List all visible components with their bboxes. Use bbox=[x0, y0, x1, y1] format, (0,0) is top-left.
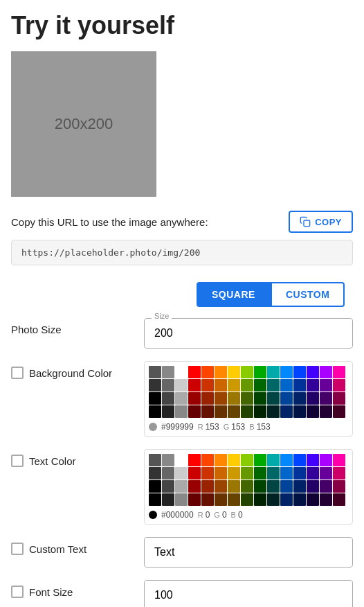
color-swatch[interactable] bbox=[149, 493, 161, 506]
color-swatch[interactable] bbox=[162, 379, 174, 392]
color-swatch[interactable] bbox=[188, 366, 201, 378]
color-swatch[interactable] bbox=[254, 405, 266, 418]
color-swatch[interactable] bbox=[188, 467, 201, 480]
color-swatch[interactable] bbox=[162, 392, 174, 405]
color-swatch[interactable] bbox=[149, 392, 161, 405]
color-swatch[interactable] bbox=[280, 454, 293, 466]
color-swatch[interactable] bbox=[333, 454, 345, 466]
color-swatch[interactable] bbox=[241, 392, 253, 405]
color-swatch[interactable] bbox=[241, 454, 253, 466]
color-swatch[interactable] bbox=[320, 366, 332, 378]
color-swatch[interactable] bbox=[293, 379, 306, 392]
color-swatch[interactable] bbox=[293, 454, 306, 466]
color-swatch[interactable] bbox=[267, 493, 280, 506]
color-swatch[interactable] bbox=[215, 493, 227, 506]
font-size-input[interactable] bbox=[145, 581, 352, 607]
color-swatch[interactable] bbox=[280, 480, 293, 493]
color-swatch[interactable] bbox=[215, 480, 227, 493]
color-swatch[interactable] bbox=[307, 392, 319, 405]
color-swatch[interactable] bbox=[241, 467, 253, 480]
color-swatch[interactable] bbox=[215, 405, 227, 418]
color-swatch[interactable] bbox=[280, 366, 293, 378]
color-swatch[interactable] bbox=[280, 392, 293, 405]
color-swatch[interactable] bbox=[201, 467, 214, 480]
color-swatch[interactable] bbox=[188, 379, 201, 392]
custom-text-checkbox[interactable] bbox=[11, 543, 24, 555]
color-swatch[interactable] bbox=[241, 366, 253, 378]
color-swatch[interactable] bbox=[228, 480, 240, 493]
color-swatch[interactable] bbox=[215, 379, 227, 392]
color-swatch[interactable] bbox=[241, 493, 253, 506]
color-swatch[interactable] bbox=[241, 379, 253, 392]
text-color-checkbox[interactable] bbox=[11, 455, 24, 467]
color-swatch[interactable] bbox=[293, 480, 306, 493]
color-swatch[interactable] bbox=[293, 392, 306, 405]
color-swatch[interactable] bbox=[175, 366, 188, 378]
color-swatch[interactable] bbox=[175, 467, 188, 480]
color-swatch[interactable] bbox=[201, 379, 214, 392]
color-swatch[interactable] bbox=[162, 454, 174, 466]
color-swatch[interactable] bbox=[307, 454, 319, 466]
color-swatch[interactable] bbox=[267, 392, 280, 405]
background-color-checkbox[interactable] bbox=[11, 367, 24, 379]
color-swatch[interactable] bbox=[162, 366, 174, 378]
color-swatch[interactable] bbox=[333, 405, 345, 418]
color-swatch[interactable] bbox=[307, 405, 319, 418]
color-swatch[interactable] bbox=[267, 405, 280, 418]
color-swatch[interactable] bbox=[267, 454, 280, 466]
color-swatch[interactable] bbox=[254, 493, 266, 506]
color-swatch[interactable] bbox=[333, 392, 345, 405]
color-swatch[interactable] bbox=[175, 379, 188, 392]
color-swatch[interactable] bbox=[228, 405, 240, 418]
color-swatch[interactable] bbox=[320, 467, 332, 480]
color-swatch[interactable] bbox=[201, 493, 214, 506]
color-swatch[interactable] bbox=[280, 405, 293, 418]
color-swatch[interactable] bbox=[267, 379, 280, 392]
color-swatch[interactable] bbox=[307, 467, 319, 480]
size-input[interactable] bbox=[145, 319, 352, 348]
tab-custom[interactable]: CUSTOM bbox=[271, 282, 345, 307]
color-swatch[interactable] bbox=[228, 493, 240, 506]
color-swatch[interactable] bbox=[241, 405, 253, 418]
color-swatch[interactable] bbox=[307, 379, 319, 392]
color-swatch[interactable] bbox=[320, 379, 332, 392]
color-swatch[interactable] bbox=[333, 467, 345, 480]
color-swatch[interactable] bbox=[201, 392, 214, 405]
color-swatch[interactable] bbox=[254, 392, 266, 405]
color-swatch[interactable] bbox=[149, 405, 161, 418]
font-size-checkbox[interactable] bbox=[11, 586, 24, 598]
color-swatch[interactable] bbox=[215, 467, 227, 480]
color-swatch[interactable] bbox=[254, 454, 266, 466]
color-swatch[interactable] bbox=[215, 454, 227, 466]
color-swatch[interactable] bbox=[149, 366, 161, 378]
color-swatch[interactable] bbox=[188, 454, 201, 466]
color-swatch[interactable] bbox=[320, 405, 332, 418]
color-swatch[interactable] bbox=[162, 493, 174, 506]
color-swatch[interactable] bbox=[188, 480, 201, 493]
color-swatch[interactable] bbox=[280, 467, 293, 480]
color-swatch[interactable] bbox=[333, 379, 345, 392]
color-swatch[interactable] bbox=[201, 405, 214, 418]
color-swatch[interactable] bbox=[320, 480, 332, 493]
color-swatch[interactable] bbox=[201, 366, 214, 378]
color-swatch[interactable] bbox=[241, 480, 253, 493]
color-swatch[interactable] bbox=[149, 467, 161, 480]
color-swatch[interactable] bbox=[293, 467, 306, 480]
color-swatch[interactable] bbox=[333, 480, 345, 493]
color-swatch[interactable] bbox=[254, 366, 266, 378]
color-swatch[interactable] bbox=[175, 392, 188, 405]
color-swatch[interactable] bbox=[215, 366, 227, 378]
color-swatch[interactable] bbox=[267, 366, 280, 378]
color-swatch[interactable] bbox=[320, 493, 332, 506]
color-swatch[interactable] bbox=[307, 366, 319, 378]
color-swatch[interactable] bbox=[162, 467, 174, 480]
color-swatch[interactable] bbox=[175, 480, 188, 493]
color-swatch[interactable] bbox=[175, 405, 188, 418]
color-swatch[interactable] bbox=[228, 379, 240, 392]
color-swatch[interactable] bbox=[228, 454, 240, 466]
color-swatch[interactable] bbox=[228, 366, 240, 378]
color-swatch[interactable] bbox=[333, 366, 345, 378]
color-swatch[interactable] bbox=[188, 392, 201, 405]
color-swatch[interactable] bbox=[280, 493, 293, 506]
color-swatch[interactable] bbox=[254, 379, 266, 392]
